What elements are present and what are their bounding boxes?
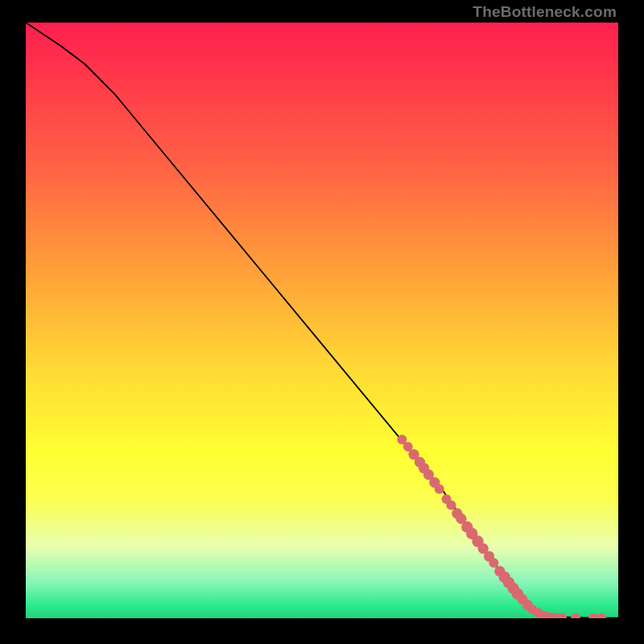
data-marker — [534, 608, 543, 617]
data-marker — [472, 535, 483, 547]
data-marker — [403, 442, 413, 452]
data-marker — [415, 457, 425, 468]
data-marker — [508, 583, 519, 594]
data-marker — [539, 611, 549, 618]
data-marker — [489, 558, 498, 568]
data-marker — [442, 494, 452, 504]
data-marker — [419, 463, 429, 473]
data-marker — [517, 594, 527, 605]
data-marker — [446, 500, 456, 510]
data-marker — [557, 613, 567, 618]
data-marker — [461, 522, 473, 533]
marker-group — [397, 435, 606, 618]
data-marker — [494, 566, 505, 576]
data-marker — [597, 613, 606, 618]
watermark-text: TheBottleneck.com — [473, 3, 617, 21]
data-marker — [550, 613, 559, 618]
data-marker — [397, 435, 407, 444]
data-marker — [527, 605, 537, 614]
data-marker — [423, 469, 434, 480]
data-marker — [503, 576, 514, 588]
data-marker — [466, 528, 477, 539]
data-marker — [571, 613, 580, 618]
data-marker — [588, 613, 598, 618]
data-marker — [478, 543, 489, 554]
chart-svg — [26, 23, 618, 618]
data-marker — [456, 514, 466, 524]
data-marker — [484, 551, 494, 561]
curve-line — [26, 23, 618, 618]
data-marker — [498, 572, 510, 583]
data-marker — [544, 613, 554, 618]
data-marker — [522, 600, 533, 610]
data-marker — [452, 508, 462, 518]
data-marker — [512, 588, 523, 599]
data-marker — [429, 477, 440, 488]
chart-frame: TheBottleneck.com — [0, 0, 644, 644]
data-marker — [435, 484, 444, 493]
data-marker — [408, 449, 419, 460]
plot-area — [26, 23, 618, 618]
